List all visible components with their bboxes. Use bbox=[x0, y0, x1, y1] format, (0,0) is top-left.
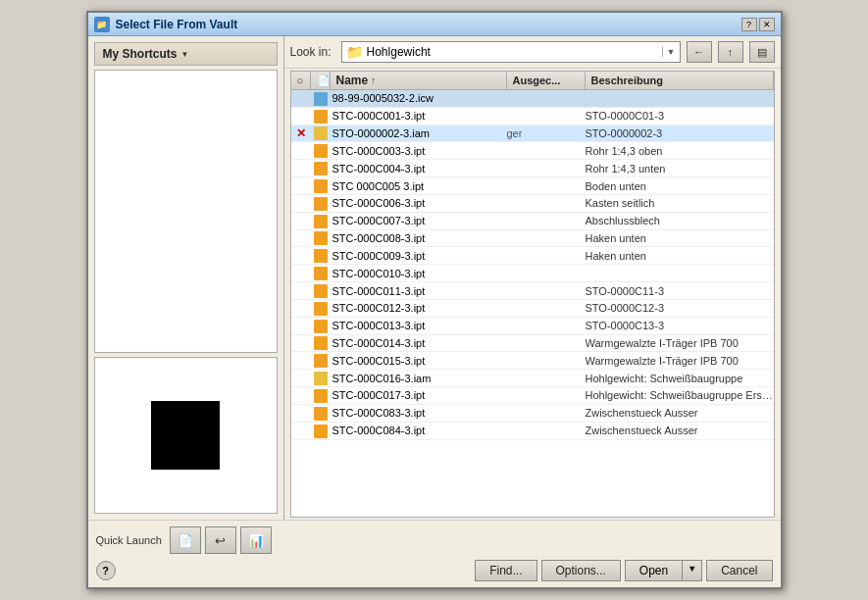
help-title-btn[interactable]: ? bbox=[741, 18, 757, 31]
row-beschreibung: Abschlussblech bbox=[586, 215, 774, 226]
row-beschreibung: Zwischenstueck Ausser bbox=[586, 425, 774, 436]
row-ausgec: ger bbox=[507, 127, 586, 139]
dialog-body: My Shortcuts ▼ Look in: 📁 Hohlgewicht ▼ … bbox=[88, 36, 781, 520]
row-file-icon bbox=[311, 231, 331, 246]
table-row[interactable]: STC-000C083-3.ipt Zwischenstueck Ausser bbox=[291, 405, 774, 423]
find-button[interactable]: Find... bbox=[475, 560, 536, 581]
row-beschreibung: Hohlgewicht: Schweißbaugruppe bbox=[586, 373, 774, 384]
back-button[interactable]: ← bbox=[687, 41, 712, 63]
row-filename: STC-000C014-3.ipt bbox=[331, 337, 507, 349]
error-icon: ✕ bbox=[296, 126, 306, 140]
quick-launch-btn-1[interactable]: 📄 bbox=[170, 526, 201, 554]
table-row[interactable]: STC 000C005 3.ipt Boden unten bbox=[291, 177, 774, 195]
table-row[interactable]: STC-000C012-3.ipt STO-0000C12-3 bbox=[291, 300, 774, 318]
table-row[interactable]: STC-000C016-3.iam Hohlgewicht: Schweißba… bbox=[291, 370, 774, 387]
table-row[interactable]: ✕ STO-0000002-3.iam ger STO-0000002-3 bbox=[291, 125, 774, 143]
row-filename: STC-000C003-3.ipt bbox=[331, 145, 507, 157]
row-file-icon bbox=[311, 161, 331, 175]
sort-arrow-icon: ↑ bbox=[371, 75, 376, 85]
table-row[interactable]: STC-000C006-3.ipt Kasten seitlich bbox=[291, 195, 774, 213]
up-button[interactable]: ↑ bbox=[718, 41, 743, 63]
row-beschreibung: Hohlgewicht: Schweißbaugruppe Ersatzobje… bbox=[586, 389, 774, 401]
shortcuts-dropdown-arrow: ▼ bbox=[181, 50, 189, 59]
quick-launch-btn-2[interactable]: ↩ bbox=[205, 526, 236, 554]
row-filename: STC-000C016-3.iam bbox=[331, 373, 507, 384]
col-header-beschreibung[interactable]: Beschreibung bbox=[586, 72, 774, 89]
views-button[interactable]: ▤ bbox=[749, 41, 775, 63]
help-button[interactable]: ? bbox=[96, 561, 116, 580]
table-row[interactable]: STC-000C008-3.ipt Haken unten bbox=[291, 230, 774, 248]
row-filename: 98-99-0005032-2.icw bbox=[331, 92, 507, 104]
row-file-icon bbox=[311, 424, 331, 438]
row-file-icon bbox=[311, 353, 331, 368]
row-file-icon bbox=[311, 178, 331, 193]
row-beschreibung: Rohr 1:4,3 unten bbox=[586, 163, 774, 175]
look-in-dropdown-icon: ▼ bbox=[662, 47, 676, 57]
row-beschreibung: STO-0000C11-3 bbox=[586, 285, 774, 297]
row-file-icon bbox=[311, 371, 331, 385]
options-button[interactable]: Options... bbox=[541, 560, 621, 581]
shortcuts-content bbox=[94, 70, 278, 353]
table-row[interactable]: STC-000C007-3.ipt Abschlussblech bbox=[291, 213, 774, 230]
quick-launch-row: Quick Launch 📄 ↩ 📊 bbox=[96, 526, 773, 554]
row-filename: STO-0000002-3.iam bbox=[331, 127, 507, 139]
col-header-name[interactable]: Name ↑ bbox=[331, 72, 507, 89]
file-list-header: ○ 📄 Name ↑ Ausgec... Beschreibung bbox=[291, 72, 774, 90]
file-list-container[interactable]: ○ 📄 Name ↑ Ausgec... Beschreibung 98-99-… bbox=[290, 71, 775, 518]
close-title-btn[interactable]: ✕ bbox=[759, 18, 775, 31]
row-file-icon bbox=[311, 143, 331, 158]
row-filename: STC-000C011-3.ipt bbox=[331, 285, 507, 297]
row-filename: STC-000C013-3.ipt bbox=[331, 320, 507, 331]
buttons-row: ? Find... Options... Open ▼ Cancel bbox=[96, 560, 773, 581]
shortcuts-header[interactable]: My Shortcuts ▼ bbox=[94, 42, 278, 66]
row-file-icon bbox=[311, 319, 331, 333]
row-filename: STC-000C007-3.ipt bbox=[331, 215, 507, 226]
open-button[interactable]: Open bbox=[625, 560, 682, 581]
open-dropdown-arrow[interactable]: ▼ bbox=[682, 560, 702, 581]
table-row[interactable]: 98-99-0005032-2.icw bbox=[291, 90, 774, 108]
row-filename: STC-000C015-3.ipt bbox=[331, 355, 507, 367]
cancel-button[interactable]: Cancel bbox=[706, 560, 772, 581]
row-file-icon bbox=[311, 126, 331, 141]
row-filename: STC-000C008-3.ipt bbox=[331, 232, 507, 244]
col-header-ausgec[interactable]: Ausgec... bbox=[507, 72, 586, 89]
title-buttons: ? ✕ bbox=[741, 18, 775, 31]
main-area: Look in: 📁 Hohlgewicht ▼ ← ↑ ▤ ○ 📄 Name bbox=[284, 36, 781, 520]
row-filename: STC-000C083-3.ipt bbox=[331, 407, 507, 419]
table-row[interactable]: STC-000C084-3.ipt Zwischenstueck Ausser bbox=[291, 423, 774, 440]
row-file-icon bbox=[311, 109, 331, 124]
table-row[interactable]: STC-000C003-3.ipt Rohr 1:4,3 oben bbox=[291, 142, 774, 160]
row-beschreibung: Haken unten bbox=[586, 232, 774, 244]
title-icon: 📁 bbox=[94, 17, 110, 32]
look-in-combo[interactable]: 📁 Hohlgewicht ▼ bbox=[341, 41, 681, 63]
table-row[interactable]: STC-000C017-3.ipt Hohlgewicht: Schweißba… bbox=[291, 387, 774, 405]
row-beschreibung: Haken unten bbox=[586, 250, 774, 262]
row-filename: STC-000C012-3.ipt bbox=[331, 302, 507, 314]
table-row[interactable]: STC-000C009-3.ipt Haken unten bbox=[291, 247, 774, 265]
quick-launch-btn-3[interactable]: 📊 bbox=[240, 526, 272, 554]
table-row[interactable]: STC-000C013-3.ipt STO-0000C13-3 bbox=[291, 318, 774, 335]
row-file-icon bbox=[311, 406, 331, 421]
folder-icon: 📁 bbox=[346, 44, 363, 60]
table-row[interactable]: STC-000C015-3.ipt Warmgewalzte I-Träger … bbox=[291, 352, 774, 370]
table-row[interactable]: STC-000C004-3.ipt Rohr 1:4,3 unten bbox=[291, 160, 774, 177]
table-row[interactable]: STC-000C001-3.ipt STO-0000C01-3 bbox=[291, 108, 774, 125]
row-file-icon bbox=[311, 336, 331, 351]
table-row[interactable]: STC-000C010-3.ipt bbox=[291, 265, 774, 282]
row-beschreibung: STO-0000C13-3 bbox=[586, 320, 774, 331]
row-beschreibung: STO-0000C01-3 bbox=[586, 110, 774, 122]
row-file-icon bbox=[311, 196, 331, 211]
row-beschreibung: Boden unten bbox=[586, 180, 774, 192]
table-row[interactable]: STC-000C011-3.ipt STO-0000C11-3 bbox=[291, 282, 774, 300]
preview-panel bbox=[94, 357, 278, 514]
shortcuts-label: My Shortcuts bbox=[103, 47, 178, 61]
table-row[interactable]: STC-000C014-3.ipt Warmgewalzte I-Träger … bbox=[291, 335, 774, 353]
quick-launch-label: Quick Launch bbox=[96, 534, 162, 546]
left-panel: My Shortcuts ▼ bbox=[88, 36, 284, 520]
row-beschreibung: Kasten seitlich bbox=[586, 197, 774, 209]
row-file-icon bbox=[311, 248, 331, 263]
row-beschreibung: Warmgewalzte I-Träger IPB 700 bbox=[586, 337, 774, 349]
row-filename: STC-000C009-3.ipt bbox=[331, 250, 507, 262]
open-btn-group: Open ▼ bbox=[625, 560, 702, 581]
title-text: Select File From Vault bbox=[116, 18, 741, 31]
